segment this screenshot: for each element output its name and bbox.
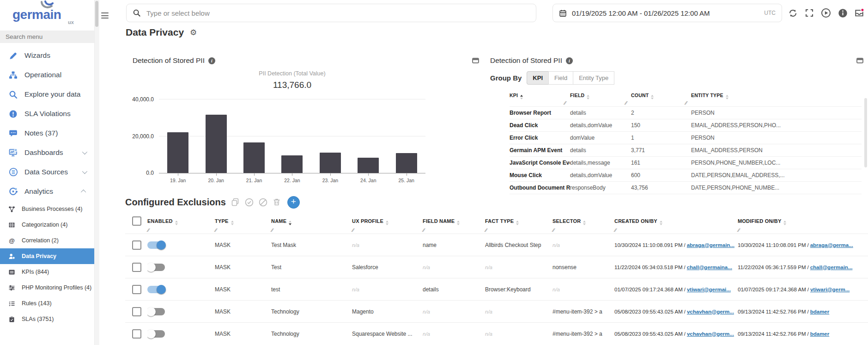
entity-type-cell: EMAIL_ADDRESS,PERSON,PHO... [691, 122, 862, 129]
column-header[interactable]: KPI // [510, 92, 570, 106]
date-range-picker[interactable]: 01/19/2025 12:00 AM - 01/26/2025 12:00 A… [552, 4, 782, 22]
exclusion-row[interactable]: MASK Test Salesforce n/a n/a nonsense 11… [125, 256, 868, 278]
column-header[interactable]: FACT TYPE // [485, 216, 552, 234]
exclusion-row[interactable]: MASK Technology Magento n/a n/a #menu-it… [125, 300, 868, 322]
sidebar-item-php-monitoring[interactable]: PHP Monitoring Profiles (4) [0, 280, 94, 296]
modified-by-link[interactable]: bdamer [810, 309, 830, 314]
created-by-link[interactable]: vtiwari@germai... [687, 287, 731, 292]
created-by-link[interactable]: abraga@germain... [687, 242, 734, 248]
pii-table-row[interactable]: JavaScript Console Event details,message… [510, 156, 862, 169]
delete-button[interactable] [273, 198, 281, 207]
enabled-toggle[interactable] [147, 241, 165, 249]
sidebar-item-data-sources[interactable]: Data Sources [0, 162, 94, 182]
group-by-option[interactable]: Field [548, 71, 573, 85]
row-checkbox[interactable] [132, 307, 141, 316]
sidebar-item-correlation[interactable]: @ Correlation (2) [0, 233, 94, 248]
page-title: Data Privacy [126, 27, 184, 38]
disable-button[interactable] [259, 198, 267, 207]
inbox-button[interactable] [854, 7, 865, 18]
created-by-link[interactable]: vchavhan@germ... [687, 331, 734, 337]
created-by-link[interactable]: chall@germaina... [687, 265, 732, 270]
pii-table-row[interactable]: Mouse Click details,domValue 600 DATE,PE… [510, 169, 862, 181]
chart-bar[interactable] [358, 158, 379, 173]
pii-table-row[interactable]: Browser Report details 2 PERSON [510, 106, 862, 119]
sidebar-item-operational[interactable]: Operational [0, 65, 94, 85]
sidebar-item-dashboards[interactable]: Dashboards [0, 143, 94, 162]
sidebar-scrollbar[interactable] [95, 0, 99, 345]
column-header[interactable]: TYPE // [215, 216, 271, 234]
exclusion-row[interactable]: MASK Test Mask n/a name Allbirds Checkou… [125, 234, 868, 256]
pii-table-header: KPI // FIELD // COUNT // [510, 92, 862, 106]
column-header[interactable]: COUNT // [631, 92, 691, 106]
scrollbar-thumb[interactable] [95, 1, 98, 27]
sidebar-item-business-processes[interactable]: Business Processes (4) [0, 201, 94, 217]
play-button[interactable] [820, 7, 832, 18]
chart-bar[interactable] [320, 153, 341, 173]
column-header[interactable]: UX PROFILE // [352, 216, 423, 234]
chart-bar[interactable] [396, 153, 417, 173]
created-by-link[interactable]: vchavhan@germ... [687, 309, 734, 314]
chart-bar[interactable] [281, 155, 303, 173]
sidebar-item-kpis[interactable]: KPIs (844) [0, 264, 94, 280]
column-header[interactable]: CREATED ON/BY // [614, 216, 738, 234]
enabled-toggle[interactable] [147, 308, 165, 315]
sort-carets-icon [457, 221, 460, 225]
modified-by-link[interactable]: abraga@germa... [810, 242, 853, 248]
row-checkbox[interactable] [132, 263, 141, 272]
info-icon[interactable] [208, 57, 215, 64]
row-checkbox[interactable] [132, 240, 141, 250]
column-header[interactable]: SELECTOR // [552, 216, 614, 234]
exclusion-row[interactable]: MASK Technology Squarespace Website ... … [125, 322, 868, 345]
enabled-toggle[interactable] [147, 330, 165, 338]
column-header[interactable]: ENTITY TYPE // [691, 92, 862, 106]
refresh-button[interactable] [787, 7, 798, 18]
enabled-toggle[interactable] [147, 286, 165, 293]
sidebar-item-sla-violations[interactable]: SLA Violations [0, 104, 94, 123]
panel-scrollbar-thumb[interactable] [864, 98, 867, 167]
window-panel-icon[interactable] [472, 58, 479, 63]
column-header[interactable]: FIELD NAME // [423, 216, 485, 234]
enable-button[interactable] [245, 198, 254, 207]
modified-by-link[interactable]: bdamer [810, 331, 830, 337]
enabled-toggle[interactable] [147, 264, 165, 271]
sidebar-item-data-privacy[interactable]: Data Privacy [0, 248, 94, 264]
column-header[interactable]: NAME // [271, 216, 352, 234]
info-icon[interactable] [566, 57, 573, 64]
chart-bar[interactable] [206, 115, 227, 173]
pii-table-row[interactable]: Error Click domValue 1 PERSON [510, 131, 862, 144]
sidebar-item-rules[interactable]: Rules (143) [0, 296, 94, 311]
group-by-option[interactable]: KPI [527, 71, 549, 85]
column-header[interactable]: ENABLED // [147, 216, 215, 234]
sidebar-item-notes[interactable]: Notes (37) [0, 123, 94, 143]
info-button[interactable] [837, 7, 848, 18]
modified-by-link[interactable]: vtiwari@germ... [810, 287, 850, 292]
window-panel-icon[interactable] [856, 58, 863, 63]
add-exclusion-button[interactable] [287, 196, 300, 209]
group-by-option[interactable]: Entity Type [573, 71, 614, 85]
modified-by-link[interactable]: chall@germain... [810, 265, 853, 270]
row-checkbox[interactable] [132, 285, 141, 294]
row-checkbox[interactable] [132, 329, 141, 339]
exclusion-row[interactable]: MASK test n/a details Browser:Keyboard n… [125, 278, 868, 300]
pii-table-row[interactable]: Outbound Document Request responseBody 4… [510, 181, 862, 194]
chart-bar[interactable] [167, 132, 188, 173]
at-symbol-icon: @ [8, 237, 16, 244]
duplicate-button[interactable] [231, 198, 240, 207]
select-all-checkbox[interactable] [132, 216, 141, 226]
column-header[interactable]: MODIFIED ON/BY // [738, 216, 868, 234]
menu-toggle-button[interactable] [101, 12, 109, 18]
settings-gear-button[interactable]: ⚙ [190, 29, 197, 37]
pii-table-row[interactable]: Germain APM Event details 3,771 EMAIL_AD… [510, 144, 862, 156]
column-header[interactable]: FIELD // [570, 92, 631, 106]
pii-table-row[interactable]: Dead Click details,domValue 150 EMAIL_AD… [510, 119, 862, 131]
sidebar-item-slas[interactable]: SLAs (3751) [0, 311, 94, 327]
sidebar-item-categorization[interactable]: Categorization (4) [0, 217, 94, 233]
sidebar-item-explore[interactable]: Explore your data [0, 85, 94, 104]
sidebar-item-wizards[interactable]: Wizards [0, 46, 94, 65]
global-search[interactable] [126, 4, 536, 22]
sidebar-search-input[interactable] [0, 31, 94, 43]
sidebar-item-analytics[interactable]: Analytics [0, 182, 94, 201]
chart-bar[interactable] [243, 142, 265, 173]
global-search-input[interactable] [146, 9, 530, 18]
fullscreen-button[interactable] [804, 7, 815, 18]
